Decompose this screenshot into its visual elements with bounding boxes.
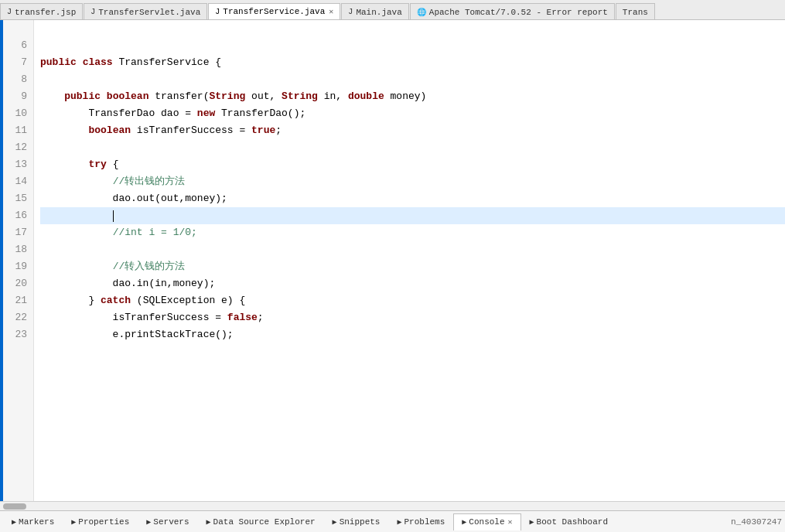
- code-line-23: e.printStackTrace();: [40, 326, 785, 343]
- tab-tomcat-error[interactable]: 🌐 Apache Tomcat/7.0.52 - Error report: [410, 3, 615, 20]
- code-line-6: [40, 37, 785, 54]
- code-line-10: TransferDao dao = new TransferDao();: [40, 105, 785, 122]
- code-line-15: dao.out(out,money);: [40, 190, 785, 207]
- ln-13: 13: [3, 156, 33, 173]
- tab-trans[interactable]: Trans: [616, 3, 655, 20]
- tab-label-trans: Trans: [623, 8, 648, 17]
- bottom-tab-bootdashboard[interactable]: ▶ Boot Dashboard: [521, 513, 616, 530]
- tab-close-icon[interactable]: ✕: [329, 7, 333, 16]
- tab-transfer-jsp[interactable]: J transfer.jsp: [0, 3, 83, 20]
- bottom-tab-servers[interactable]: ▶ Servers: [138, 513, 197, 530]
- tab-main[interactable]: J Main.java: [341, 3, 408, 20]
- console-close-icon[interactable]: ✕: [508, 517, 513, 527]
- tab-icon-servlet: J: [90, 8, 95, 16]
- ln-8: 8: [3, 71, 33, 88]
- console-icon: ▶: [462, 517, 466, 527]
- status-text: n_40307247: [731, 517, 782, 527]
- code-line-16[interactable]: [40, 207, 785, 224]
- bottom-tab-label-problems: Problems: [404, 517, 445, 527]
- ln-16: 16: [3, 207, 33, 224]
- code-line-top: [40, 20, 785, 37]
- ln-10: 10: [3, 105, 33, 122]
- bottom-panel: ▶ Markers ▶ Properties ▶ Servers ▶ Data …: [0, 510, 785, 532]
- ln-17: 17: [3, 224, 33, 241]
- servers-icon: ▶: [146, 517, 151, 527]
- tab-label-service: TransferService.java: [223, 7, 325, 16]
- code-line-13: try {: [40, 156, 785, 173]
- horizontal-scrollbar[interactable]: [0, 501, 785, 510]
- line-numbers: 6 7 8 9 10 11 12 13 14 15 16 17 18 19 20…: [3, 20, 34, 501]
- tab-icon-main: J: [348, 8, 353, 16]
- tab-label-tomcat: Apache Tomcat/7.0.52 - Error report: [429, 8, 608, 17]
- ln-14: 14: [3, 173, 33, 190]
- code-line-21: } catch (SQLException e) {: [40, 292, 785, 309]
- tab-bar: J transfer.jsp J TransferServlet.java J …: [0, 0, 785, 20]
- ln-empty1: [3, 20, 33, 37]
- bottom-tab-problems[interactable]: ▶ Problems: [388, 513, 453, 530]
- bottom-tab-datasource[interactable]: ▶ Data Source Explorer: [198, 513, 324, 530]
- bottom-tab-console[interactable]: ▶ Console ✕: [453, 513, 520, 530]
- code-line-7: public class TransferService {: [40, 54, 785, 71]
- tab-icon-service: J: [215, 8, 220, 16]
- code-line-18: [40, 241, 785, 258]
- ln-18: 18: [3, 241, 33, 258]
- ln-23: 23: [3, 326, 33, 343]
- bootdashboard-icon: ▶: [530, 517, 534, 527]
- tab-label-jsp: transfer.jsp: [15, 8, 76, 17]
- ln-20: 20: [3, 275, 33, 292]
- snippets-icon: ▶: [333, 517, 337, 527]
- bottom-tab-label-console: Console: [469, 517, 504, 527]
- code-line-9: public boolean transfer(String out, Stri…: [40, 88, 785, 105]
- scrollbar-thumb[interactable]: [3, 503, 26, 510]
- code-line-19: //转入钱的方法: [40, 258, 785, 275]
- bottom-tab-label-datasource: Data Source Explorer: [213, 517, 316, 527]
- bottom-tab-label-snippets: Snippets: [340, 517, 381, 527]
- bottom-tab-snippets[interactable]: ▶ Snippets: [324, 513, 389, 530]
- ln-9: 9: [3, 88, 33, 105]
- code-line-17: //int i = 1/0;: [40, 224, 785, 241]
- tab-transfer-service[interactable]: J TransferService.java ✕: [208, 3, 340, 20]
- tab-transfer-servlet[interactable]: J TransferServlet.java: [84, 3, 207, 20]
- ln-21: 21: [3, 292, 33, 309]
- status-right: n_40307247: [731, 517, 782, 527]
- code-line-11: boolean isTranferSuccess = true;: [40, 122, 785, 139]
- ln-15: 15: [3, 190, 33, 207]
- tab-icon-tomcat: 🌐: [417, 8, 426, 17]
- code-line-12: [40, 139, 785, 156]
- text-cursor: [113, 210, 114, 222]
- ln-6: 6: [3, 37, 33, 54]
- markers-icon: ▶: [12, 517, 16, 527]
- ln-12: 12: [3, 139, 33, 156]
- ln-22: 22: [3, 309, 33, 326]
- properties-icon: ▶: [71, 517, 76, 527]
- code-line-20: dao.in(in,money);: [40, 275, 785, 292]
- code-line-22: isTranferSuccess = false;: [40, 309, 785, 326]
- tab-label-main: Main.java: [356, 8, 401, 17]
- ln-11: 11: [3, 122, 33, 139]
- bottom-tab-label-markers: Markers: [19, 517, 54, 527]
- code-area[interactable]: 6 7 8 9 10 11 12 13 14 15 16 17 18 19 20…: [0, 20, 785, 501]
- bottom-tab-label-properties: Properties: [78, 517, 129, 527]
- code-content[interactable]: public class TransferService { public bo…: [34, 20, 785, 501]
- ln-19: 19: [3, 258, 33, 275]
- datasource-icon: ▶: [206, 517, 211, 527]
- tab-icon-jsp: J: [7, 8, 12, 16]
- code-line-8: [40, 71, 785, 88]
- bottom-tab-properties[interactable]: ▶ Properties: [63, 513, 138, 530]
- tab-label-servlet: TransferServlet.java: [98, 8, 200, 17]
- editor-area: 6 7 8 9 10 11 12 13 14 15 16 17 18 19 20…: [0, 20, 785, 510]
- ln-7: 7: [3, 54, 33, 71]
- bottom-tab-markers[interactable]: ▶ Markers: [3, 513, 63, 530]
- bottom-tab-label-servers: Servers: [153, 517, 189, 527]
- code-line-14: //转出钱的方法: [40, 173, 785, 190]
- bottom-tab-label-bootdashboard: Boot Dashboard: [537, 517, 608, 527]
- problems-icon: ▶: [397, 517, 401, 527]
